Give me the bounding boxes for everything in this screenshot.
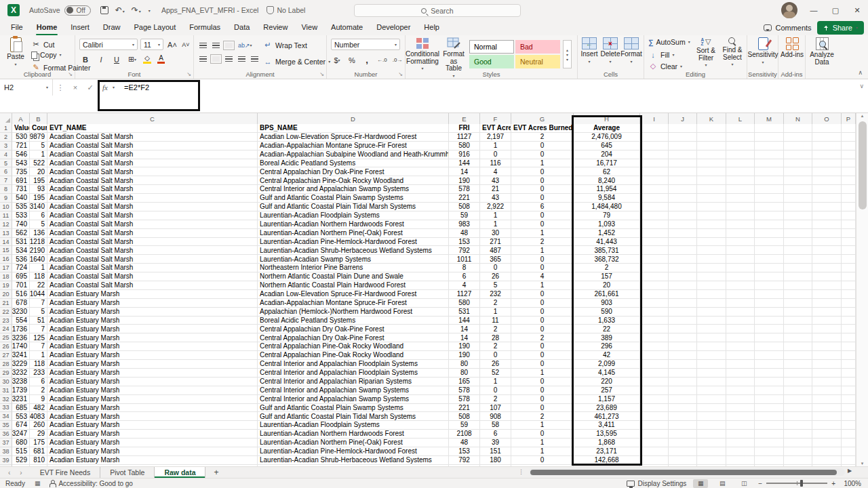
cell-J26[interactable] <box>669 342 697 351</box>
cell-G23[interactable]: 0 <box>511 317 574 325</box>
col-header-M[interactable]: M <box>755 113 784 124</box>
cell-O28[interactable] <box>812 360 842 369</box>
cell-P28[interactable] <box>842 360 856 369</box>
cell-G6[interactable]: 0 <box>511 167 574 176</box>
cell-L17[interactable] <box>726 264 755 272</box>
cell-B19[interactable]: 22 <box>30 281 47 290</box>
align-right-icon[interactable] <box>225 56 233 62</box>
cell-N21[interactable] <box>784 299 812 308</box>
namebox-splitter[interactable]: ⋮ <box>53 83 68 92</box>
row-header-20[interactable]: 20 <box>0 290 12 299</box>
cell-H5[interactable]: 16,717 <box>574 159 640 168</box>
cell-B11[interactable]: 6 <box>30 211 47 220</box>
cell-F25[interactable]: 28 <box>480 333 511 342</box>
cell-O14[interactable] <box>812 238 842 247</box>
cell-O26[interactable] <box>812 342 842 351</box>
delete-cells-button[interactable]: × Delete ▾ <box>601 37 620 64</box>
cell-K25[interactable] <box>697 333 726 342</box>
cell-G7[interactable]: 0 <box>511 176 574 185</box>
cell-B18[interactable]: 118 <box>30 272 47 281</box>
cell-A14[interactable]: 531 <box>12 238 30 247</box>
cell-O33[interactable] <box>812 404 842 413</box>
cell-D32[interactable]: Central Interior and Appalachian Swamp S… <box>258 395 449 404</box>
cell-O38[interactable] <box>812 447 842 456</box>
cell-B21[interactable]: 7 <box>30 299 47 308</box>
cell-A15[interactable]: 534 <box>12 246 30 255</box>
cell-K15[interactable] <box>697 246 726 255</box>
row-header-26[interactable]: 26 <box>0 342 12 351</box>
cell-L19[interactable] <box>726 281 755 290</box>
cell-G22[interactable]: 0 <box>511 308 574 317</box>
paste-button[interactable]: Paste ▾ <box>4 37 27 66</box>
cell-O10[interactable] <box>812 203 842 211</box>
cell-P16[interactable] <box>842 255 856 264</box>
cell-G8[interactable]: 0 <box>511 185 574 194</box>
cell-O24[interactable] <box>812 325 842 333</box>
cell-M19[interactable] <box>755 281 784 290</box>
cell-I4[interactable] <box>640 150 669 159</box>
row-header-28[interactable]: 28 <box>0 360 12 369</box>
tab-formulas[interactable]: Formulas <box>182 20 227 35</box>
cell-L18[interactable] <box>726 272 755 281</box>
cell-D35[interactable]: Laurentian-Acadian Floodplain Systems <box>258 421 449 430</box>
cell-F22[interactable]: 1 <box>480 308 511 317</box>
cell-L29[interactable] <box>726 369 755 378</box>
cell-L25[interactable] <box>726 333 755 342</box>
cell-P37[interactable] <box>842 439 856 447</box>
cell-J39[interactable] <box>669 456 697 465</box>
cell-C15[interactable]: Acadian Coastal Salt Marsh <box>47 246 258 255</box>
cell-P3[interactable] <box>842 142 856 150</box>
cell-J3[interactable] <box>669 142 697 150</box>
cell-I16[interactable] <box>640 255 669 264</box>
cell-style-good[interactable]: Good <box>469 55 514 68</box>
cell-J28[interactable] <box>669 360 697 369</box>
cell-L34[interactable] <box>726 412 755 421</box>
cell-I33[interactable] <box>640 404 669 413</box>
cell-K21[interactable] <box>697 299 726 308</box>
col-header-G[interactable]: G <box>511 113 574 124</box>
cell-C35[interactable]: Acadian Estuary Marsh <box>47 421 258 430</box>
sheet-nav-left-icon[interactable]: ‹ <box>8 469 10 476</box>
cell-P22[interactable] <box>842 308 856 317</box>
cell-B24[interactable]: 7 <box>30 325 47 333</box>
cell-I36[interactable] <box>640 430 669 439</box>
display-settings-button[interactable]: Display Settings <box>627 480 687 487</box>
cell-O16[interactable] <box>812 255 842 264</box>
cell-E36[interactable]: 2108 <box>449 430 480 439</box>
cell-J17[interactable] <box>669 264 697 272</box>
cell-G24[interactable]: 0 <box>511 325 574 333</box>
cell-D3[interactable]: Acadian-Appalachian Montane Spruce-Fir F… <box>258 142 449 150</box>
cell-D9[interactable]: Gulf and Atlantic Coastal Plain Swamp Sy… <box>258 194 449 203</box>
cell-K14[interactable] <box>697 238 726 247</box>
cell-L32[interactable] <box>726 395 755 404</box>
cell-L14[interactable] <box>726 238 755 247</box>
cell-L16[interactable] <box>726 255 755 264</box>
cell-A4[interactable]: 546 <box>12 150 30 159</box>
cell-D33[interactable]: Gulf and Atlantic Coastal Plain Swamp Sy… <box>258 404 449 413</box>
cell-B6[interactable]: 20 <box>30 167 47 176</box>
cell-J25[interactable] <box>669 333 697 342</box>
number-format-combo[interactable]: Number▾ <box>331 39 400 50</box>
cell-F5[interactable]: 116 <box>480 159 511 168</box>
undo-button[interactable]: ↶▾ <box>115 5 125 15</box>
decrease-font-icon[interactable]: A˅ <box>181 39 191 49</box>
row-header-31[interactable]: 31 <box>0 386 12 395</box>
cell-N33[interactable] <box>784 404 812 413</box>
cell-G25[interactable]: 2 <box>511 333 574 342</box>
row-header-15[interactable]: 15 <box>0 246 12 255</box>
cell-G11[interactable]: 0 <box>511 211 574 220</box>
cell-H34[interactable]: 461,273 <box>574 412 640 421</box>
cell-G38[interactable]: 1 <box>511 447 574 456</box>
cell-E23[interactable]: 144 <box>449 317 480 325</box>
cell-A2[interactable]: 530 <box>12 133 30 142</box>
cell-P14[interactable] <box>842 238 856 247</box>
row-header-6[interactable]: 6 <box>0 167 12 176</box>
cell-E31[interactable]: 578 <box>449 386 480 395</box>
cell-A34[interactable]: 553 <box>12 412 30 421</box>
row-header-35[interactable]: 35 <box>0 421 12 430</box>
cell-A36[interactable]: 3247 <box>12 430 30 439</box>
zoom-in-button[interactable]: + <box>831 480 835 487</box>
cell-J23[interactable] <box>669 317 697 325</box>
merge-center-button[interactable]: ↔Merge & Center▾ <box>263 56 330 66</box>
cell-K28[interactable] <box>697 360 726 369</box>
